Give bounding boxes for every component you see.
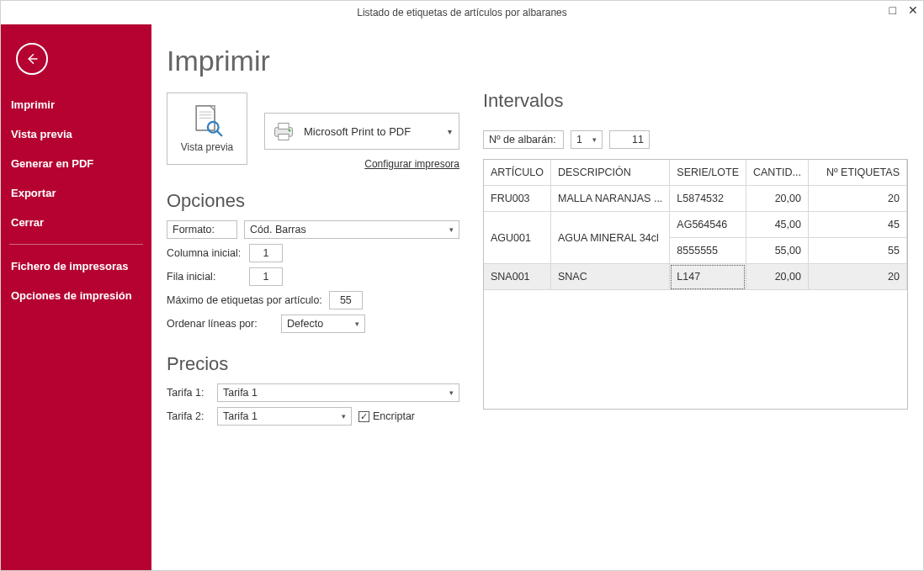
- col-header-descripcion[interactable]: DESCRIPCIÓN: [550, 160, 669, 186]
- cell-etiquetas[interactable]: 55: [808, 238, 906, 264]
- chevron-down-icon: ▾: [342, 412, 346, 420]
- tarifa2-label: Tarifa 2:: [167, 410, 210, 422]
- ordenar-label: Ordenar líneas por:: [167, 318, 274, 330]
- cell-cantidad[interactable]: 55,00: [746, 238, 808, 264]
- sidebar-item-vista-previa[interactable]: Vista previa: [1, 119, 151, 149]
- sidebar-item-label: Imprimir: [11, 98, 55, 111]
- cell-articulo[interactable]: FRU003: [484, 186, 550, 212]
- sidebar-item-label: Fichero de impresoras: [11, 260, 128, 272]
- section-title-precios: Precios: [167, 353, 459, 375]
- cell-serie[interactable]: AG564546: [670, 212, 746, 238]
- chevron-down-icon: ▾: [448, 127, 452, 136]
- cell-articulo[interactable]: AGU001: [484, 212, 550, 264]
- maximize-button[interactable]: □: [889, 4, 896, 16]
- table-row[interactable]: SNA001SNACL14720,0020: [484, 264, 907, 290]
- svg-rect-8: [279, 123, 289, 129]
- formato-select[interactable]: Cód. Barras ▾: [244, 220, 459, 239]
- printer-icon: [272, 120, 295, 142]
- formato-label: Formato:: [173, 224, 215, 235]
- configure-printer-link[interactable]: Configurar impresora: [264, 158, 459, 170]
- sidebar-item-label: Cerrar: [11, 216, 44, 229]
- cell-etiquetas[interactable]: 45: [808, 212, 906, 238]
- page-title: Imprimir: [167, 45, 459, 77]
- n-albaran-label: Nº de albarán:: [489, 134, 556, 145]
- col-header-etiquetas[interactable]: Nº ETIQUETAS: [808, 160, 906, 186]
- sidebar-item-label: Generar en PDF: [11, 157, 93, 170]
- cell-etiquetas[interactable]: 20: [808, 264, 906, 290]
- printer-select[interactable]: Microsoft Print to PDF ▾: [264, 113, 459, 150]
- cell-cantidad[interactable]: 45,00: [746, 212, 808, 238]
- sidebar: Imprimir Vista previa Generar en PDF Exp…: [1, 24, 151, 570]
- fila-inicial-input[interactable]: 1: [249, 267, 283, 286]
- tarifa2-value: Tarifa 1: [223, 410, 258, 422]
- sidebar-item-label: Exportar: [11, 187, 56, 199]
- ordenar-value: Defecto: [287, 318, 323, 330]
- preview-button[interactable]: Vista previa: [167, 93, 247, 165]
- max-etiquetas-label: Máximo de etiquetas por artículo:: [167, 294, 322, 306]
- sidebar-item-label: Vista previa: [11, 128, 72, 140]
- encriptar-label: Encriptar: [373, 410, 415, 422]
- encriptar-checkbox[interactable]: ✓ Encriptar: [358, 410, 415, 422]
- col-header-serie[interactable]: SERIE/LOTE: [670, 160, 746, 186]
- section-title-intervalos: Intervalos: [483, 90, 908, 112]
- cell-descripcion[interactable]: SNAC: [550, 264, 669, 290]
- cell-descripcion[interactable]: MALLA NARANJAS ...: [550, 186, 669, 212]
- back-button[interactable]: [16, 43, 48, 75]
- chevron-down-icon: ▾: [449, 225, 454, 234]
- columna-inicial-label: Columna inicial:: [167, 247, 242, 259]
- cell-articulo[interactable]: SNA001: [484, 264, 550, 290]
- tarifa1-select[interactable]: Tarifa 1 ▾: [217, 383, 459, 402]
- cell-serie[interactable]: L147: [670, 264, 746, 290]
- cell-serie[interactable]: 8555555: [670, 238, 746, 264]
- n-albaran-to-input[interactable]: 11: [609, 130, 650, 149]
- sidebar-item-fichero-impresoras[interactable]: Fichero de impresoras: [1, 251, 151, 281]
- fila-inicial-label: Fila inicial:: [167, 271, 242, 283]
- table-row[interactable]: AGU001AGUA MINERAL 34clAG56454645,0045: [484, 212, 907, 238]
- svg-line-6: [217, 131, 221, 135]
- chevron-down-icon: ▾: [355, 320, 359, 328]
- cell-etiquetas[interactable]: 20: [808, 186, 906, 212]
- cell-descripcion[interactable]: AGUA MINERAL 34cl: [550, 212, 669, 264]
- col-header-articulo[interactable]: ARTÍCULO: [484, 160, 550, 186]
- etiquetas-grid[interactable]: ARTÍCULO DESCRIPCIÓN SERIE/LOTE CANTID..…: [483, 159, 908, 410]
- table-row[interactable]: FRU003MALLA NARANJAS ...L587453220,0020: [484, 186, 907, 212]
- max-etiquetas-input[interactable]: 55: [329, 291, 363, 309]
- sidebar-item-label: Opciones de impresión: [11, 289, 132, 302]
- sidebar-item-cerrar[interactable]: Cerrar: [1, 208, 151, 237]
- document-preview-icon: [189, 104, 226, 138]
- svg-rect-9: [279, 135, 289, 140]
- tarifa2-select[interactable]: Tarifa 1 ▾: [217, 407, 352, 426]
- sidebar-separator: [9, 244, 143, 245]
- svg-point-10: [289, 130, 291, 132]
- sidebar-item-generar-pdf[interactable]: Generar en PDF: [1, 149, 151, 178]
- tarifa1-label: Tarifa 1:: [167, 387, 210, 399]
- checkbox-icon: ✓: [358, 411, 369, 422]
- grid-header-row: ARTÍCULO DESCRIPCIÓN SERIE/LOTE CANTID..…: [484, 160, 907, 186]
- sidebar-item-exportar[interactable]: Exportar: [1, 178, 151, 208]
- cell-serie[interactable]: L5874532: [670, 186, 746, 212]
- preview-button-label: Vista previa: [181, 141, 233, 153]
- n-albaran-from: 1: [576, 134, 582, 145]
- cell-cantidad[interactable]: 20,00: [746, 186, 808, 212]
- tarifa1-value: Tarifa 1: [223, 387, 258, 399]
- columna-inicial-input[interactable]: 1: [249, 244, 283, 262]
- formato-value: Cód. Barras: [250, 224, 306, 235]
- ordenar-select[interactable]: Defecto ▾: [281, 315, 365, 333]
- cell-cantidad[interactable]: 20,00: [746, 264, 808, 290]
- n-albaran-from-select[interactable]: 1 ▾: [571, 130, 603, 149]
- titlebar: Listado de etiquetas de artículos por al…: [1, 1, 923, 24]
- chevron-down-icon: ▾: [592, 135, 597, 144]
- chevron-down-icon: ▾: [449, 389, 454, 397]
- col-header-cantidad[interactable]: CANTID...: [746, 160, 808, 186]
- arrow-left-icon: [24, 51, 40, 66]
- sidebar-item-imprimir[interactable]: Imprimir: [1, 90, 151, 119]
- printer-name: Microsoft Print to PDF: [304, 125, 439, 138]
- sidebar-item-opciones-impresion[interactable]: Opciones de impresión: [1, 281, 151, 310]
- formato-label-box: Formato:: [167, 220, 237, 239]
- window-title: Listado de etiquetas de artículos por al…: [357, 7, 567, 19]
- n-albaran-label-box: Nº de albarán:: [483, 130, 564, 149]
- close-button[interactable]: ✕: [908, 4, 918, 16]
- section-title-opciones: Opciones: [167, 190, 459, 212]
